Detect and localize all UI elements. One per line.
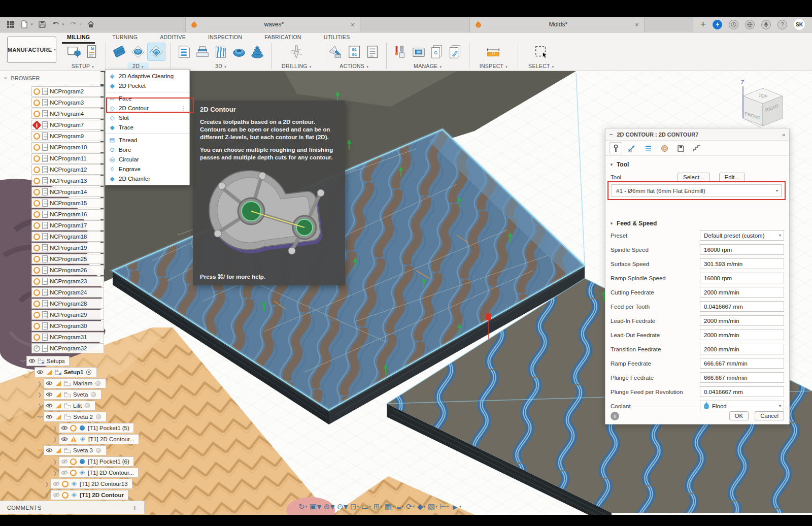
chevron-right-icon[interactable]: ❭ — [45, 481, 50, 487]
ncprogram-row[interactable]: NCProgram30 — [31, 320, 147, 332]
menu-item[interactable]: ▱ Face — [106, 92, 189, 103]
tree-row-mariam[interactable]: ❭ Mariam — [38, 378, 106, 389]
tree-row-2dcontour-warn[interactable]: ❭ [T1] 2D Contour... — [53, 434, 139, 445]
field-value-input[interactable]: 2000 mm/min — [700, 344, 784, 354]
app-grid-icon[interactable] — [6, 20, 15, 29]
chevron-right-icon[interactable]: ❭ — [38, 381, 43, 386]
ncprogram-row[interactable]: NCProgram14 — [31, 186, 147, 198]
ncprogram-row[interactable]: NCProgram29 — [31, 309, 147, 320]
grid-icon[interactable]: ⊞▾ — [374, 502, 382, 511]
cancel-button[interactable]: Cancel — [755, 411, 784, 420]
doc-tab-molds[interactable]: Molds* × — [469, 17, 645, 32]
post-process-icon[interactable] — [327, 43, 345, 60]
ncprogram-row[interactable]: NCProgram25 — [31, 253, 147, 265]
menu-item[interactable]: ◆ Trace — [106, 122, 189, 132]
doc-tab-waves[interactable]: waves* × — [185, 17, 360, 32]
2d-contour-icon[interactable] — [148, 43, 165, 60]
tree-row-setup1[interactable]: ❭ Setup1 — [28, 367, 97, 378]
ncprogram-row[interactable]: NCProgram28 — [31, 298, 147, 309]
field-value-input[interactable]: 301.593 m/min — [700, 258, 784, 269]
3d-steep-icon[interactable] — [212, 43, 229, 60]
3d-scallop-icon[interactable] — [230, 43, 248, 60]
steps-icon[interactable]: ≡▾ — [397, 503, 403, 511]
chevron-right-icon[interactable]: ❭ — [38, 403, 43, 409]
tree-row-2dcontour-active[interactable]: ❭ [T1] 2D Contour — [45, 489, 128, 501]
history-clock-icon[interactable] — [729, 20, 738, 29]
ncprogram-row[interactable]: NCProgram17 — [31, 220, 147, 231]
field-value-input[interactable]: 2000 mm/min — [700, 330, 784, 340]
group-label-select[interactable]: SELECT — [523, 62, 559, 70]
eye-icon[interactable] — [46, 447, 53, 454]
markup-icon[interactable]: ►▾ — [451, 503, 461, 511]
web-globe-icon[interactable] — [745, 20, 755, 29]
setup-sheet-icon[interactable] — [364, 43, 381, 60]
help-icon[interactable]: ? — [777, 20, 787, 29]
menu-item[interactable]: ◎ Circular — [106, 154, 189, 164]
chevron-down-icon[interactable]: ❭ — [38, 414, 43, 419]
eye-icon[interactable] — [46, 402, 53, 409]
undo-icon[interactable] — [51, 20, 60, 29]
collapse-panel-icon[interactable]: « — [4, 75, 6, 81]
eye-off-icon[interactable] — [61, 469, 68, 476]
eye-off-icon[interactable] — [61, 458, 68, 465]
tool-section-header[interactable]: ▼ Tool — [605, 156, 789, 171]
eye-icon[interactable] — [61, 436, 68, 443]
workspace-selector-button[interactable]: MANUFACTURE▾ — [7, 37, 56, 63]
file-icon[interactable] — [20, 20, 29, 29]
job-status-icon[interactable] — [713, 20, 722, 29]
group-label-setup[interactable]: SETUP — [66, 62, 99, 70]
zoom-icon[interactable]: ⊙▾ — [337, 502, 348, 511]
ncprogram-row[interactable]: NCProgram18 — [31, 231, 147, 242]
ncprogram-row[interactable]: NCProgram24 — [31, 287, 147, 298]
chevron-down-icon[interactable]: ❭ — [20, 358, 26, 364]
info-icon[interactable]: i — [611, 412, 619, 420]
dialog-collapse-icon[interactable]: − — [610, 132, 613, 138]
user-avatar[interactable]: SK — [794, 19, 805, 30]
capture-icon[interactable]: ▧▾ — [428, 502, 437, 511]
field-value-input[interactable]: 2000 mm/min — [700, 287, 784, 298]
group-label-drilling[interactable]: DRILLING — [277, 62, 317, 70]
effects-icon[interactable]: ◆▾ — [417, 502, 425, 511]
new-setup-icon[interactable] — [65, 43, 82, 60]
eye-icon[interactable] — [37, 369, 44, 376]
measure-ruler-icon[interactable] — [485, 43, 502, 60]
eye-off-icon[interactable] — [53, 491, 60, 499]
tab-tool-icon[interactable] — [610, 143, 622, 154]
new-tab-button[interactable]: + — [700, 19, 706, 30]
field-value-input[interactable]: 666.667 mm/min — [700, 372, 784, 383]
menu-item[interactable]: ◆ 2D Pocket — [106, 81, 189, 90]
tree-row-sveta2[interactable]: ❭ Sveta 2 — [38, 411, 107, 422]
group-label-manage[interactable]: MANAGE — [409, 62, 447, 70]
orbit-icon[interactable]: ↻▾ — [298, 502, 307, 511]
home-icon[interactable] — [86, 20, 95, 29]
menu-item[interactable]: ◇ Slot — [106, 113, 189, 122]
menu-item[interactable]: ◆ 2D Chamfer — [106, 174, 189, 183]
save-icon[interactable] — [38, 20, 47, 29]
file-caret-icon[interactable]: ▾ — [31, 22, 33, 26]
new-ncprogram-icon[interactable]: G — [83, 43, 100, 60]
3d-adaptive-icon[interactable] — [176, 43, 193, 60]
menu-item[interactable]: ◊ Engrave — [106, 164, 189, 174]
g-code-icon[interactable]: G1G2 — [346, 43, 363, 60]
chevron-right-icon[interactable]: ❭ — [38, 392, 43, 398]
field-value-input[interactable]: 666.667 mm/min — [700, 358, 784, 369]
dialog-expand-icon[interactable]: » — [782, 132, 785, 138]
ncprogram-row[interactable]: NCProgram32 — [31, 343, 147, 354]
eye-icon[interactable] — [46, 391, 53, 398]
add-comment-button[interactable]: + — [132, 504, 137, 512]
ncprogram-row[interactable]: NCProgram23 — [31, 276, 147, 287]
chevron-right-icon[interactable]: ❭ — [53, 425, 58, 431]
ncprogram-row[interactable]: NCProgram15 — [31, 198, 147, 209]
field-value-input[interactable]: 0.0416667 mm — [700, 386, 784, 397]
tab-linking-icon[interactable] — [674, 143, 687, 154]
tab-heights-icon[interactable] — [642, 143, 654, 154]
field-value-input[interactable]: Default preset (custom) — [700, 230, 784, 241]
field-value-input[interactable]: 16000 rpm — [700, 244, 784, 255]
eye-icon[interactable] — [46, 413, 53, 420]
chevron-down-icon[interactable]: ❭ — [38, 448, 43, 453]
templates-library-icon[interactable] — [447, 43, 464, 60]
tree-row-2dcontour13[interactable]: ❭ [T1] 2D Contour13 — [45, 478, 132, 489]
pan-icon[interactable]: ⊕▾ — [324, 502, 334, 511]
undo-caret-icon[interactable]: ▾ — [62, 22, 64, 26]
group-label-actions[interactable]: ACTIONS — [334, 62, 374, 70]
